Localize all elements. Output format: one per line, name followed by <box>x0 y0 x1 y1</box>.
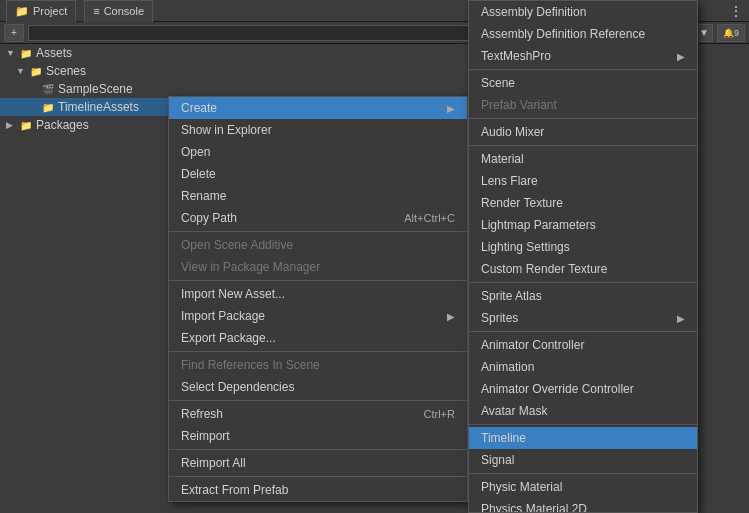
assets-folder-icon: 📁 <box>19 46 33 60</box>
submenu-item-timeline[interactable]: Timeline <box>469 427 697 449</box>
sprite-atlas-label: Sprite Atlas <box>481 289 542 303</box>
submenu-item-physics-material-2d[interactable]: Physics Material 2D <box>469 498 697 513</box>
tree-item-timelineassets[interactable]: 📁 TimelineAssets <box>0 98 170 116</box>
submenu-item-material[interactable]: Material <box>469 148 697 170</box>
timeline-label: Timeline <box>481 431 526 445</box>
avatar-mask-label: Avatar Mask <box>481 404 547 418</box>
separator-6 <box>169 476 467 477</box>
menu-item-reimport[interactable]: Reimport <box>169 425 467 447</box>
import-package-label: Import Package <box>181 309 265 323</box>
menu-item-reimport-all[interactable]: Reimport All <box>169 452 467 474</box>
tree-item-scenes[interactable]: ▼ 📁 Scenes <box>0 62 170 80</box>
submenu-item-animator-controller[interactable]: Animator Controller <box>469 334 697 356</box>
refresh-shortcut: Ctrl+R <box>424 408 455 420</box>
timelineassets-icon: 📁 <box>41 100 55 114</box>
create-label: Create <box>181 101 217 115</box>
scene-label: Scene <box>481 76 515 90</box>
submenu-item-avatar-mask[interactable]: Avatar Mask <box>469 400 697 422</box>
submenu-sep-3 <box>469 145 697 146</box>
scenes-label: Scenes <box>46 64 86 78</box>
menu-item-select-dependencies[interactable]: Select Dependencies <box>169 376 467 398</box>
submenu-item-textmeshpro[interactable]: TextMeshPro ▶ <box>469 45 697 67</box>
find-references-label: Find References In Scene <box>181 358 320 372</box>
assets-label: Assets <box>36 46 72 60</box>
rename-label: Rename <box>181 189 226 203</box>
menu-item-import-package[interactable]: Import Package ▶ <box>169 305 467 327</box>
submenu-sep-5 <box>469 331 697 332</box>
submenu-item-custom-render-texture[interactable]: Custom Render Texture <box>469 258 697 280</box>
submenu-sep-1 <box>469 69 697 70</box>
textmeshpro-label: TextMeshPro <box>481 49 551 63</box>
left-panel: ▼ 📁 Assets ▼ 📁 Scenes 🎬 SampleScene 📁 Ti… <box>0 44 170 513</box>
submenu-item-animation[interactable]: Animation <box>469 356 697 378</box>
delete-label: Delete <box>181 167 216 181</box>
assembly-def-label: Assembly Definition <box>481 5 586 19</box>
more-icon[interactable]: ⋮ <box>729 3 743 19</box>
submenu-item-sprite-atlas[interactable]: Sprite Atlas <box>469 285 697 307</box>
sprites-arrow: ▶ <box>677 313 685 324</box>
menu-item-show-explorer[interactable]: Show in Explorer <box>169 119 467 141</box>
tab-project-label: Project <box>33 5 67 17</box>
expand-arrow-assets: ▼ <box>6 48 16 58</box>
open-scene-additive-label: Open Scene Additive <box>181 238 293 252</box>
submenu-item-render-texture[interactable]: Render Texture <box>469 192 697 214</box>
create-arrow: ▶ <box>447 103 455 114</box>
badge-count: 9 <box>734 28 739 38</box>
signal-label: Signal <box>481 453 514 467</box>
tab-project[interactable]: 📁 Project <box>6 0 76 22</box>
top-bar-icons: ⋮ <box>729 3 743 19</box>
lens-flare-label: Lens Flare <box>481 174 538 188</box>
packages-label: Packages <box>36 118 89 132</box>
main-layout: ▼ 📁 Assets ▼ 📁 Scenes 🎬 SampleScene 📁 Ti… <box>0 44 749 513</box>
audio-mixer-label: Audio Mixer <box>481 125 544 139</box>
submenu-item-lens-flare[interactable]: Lens Flare <box>469 170 697 192</box>
submenu-item-lighting-settings[interactable]: Lighting Settings <box>469 236 697 258</box>
tree-item-assets[interactable]: ▼ 📁 Assets <box>0 44 170 62</box>
submenu-sep-2 <box>469 118 697 119</box>
import-new-asset-label: Import New Asset... <box>181 287 285 301</box>
menu-item-create[interactable]: Create ▶ <box>169 97 467 119</box>
submenu-item-audio-mixer[interactable]: Audio Mixer <box>469 121 697 143</box>
tree-item-packages[interactable]: ▶ 📁 Packages <box>0 116 170 134</box>
copy-path-shortcut: Alt+Ctrl+C <box>404 212 455 224</box>
menu-item-rename[interactable]: Rename <box>169 185 467 207</box>
view-package-manager-label: View in Package Manager <box>181 260 320 274</box>
submenu-item-animator-override[interactable]: Animator Override Controller <box>469 378 697 400</box>
submenu-item-scene[interactable]: Scene <box>469 72 697 94</box>
separator-2 <box>169 280 467 281</box>
expand-arrow-scenes: ▼ <box>16 66 26 76</box>
prefab-variant-label: Prefab Variant <box>481 98 557 112</box>
submenu-item-physic-material[interactable]: Physic Material <box>469 476 697 498</box>
show-explorer-label: Show in Explorer <box>181 123 272 137</box>
tab-console[interactable]: ≡ Console <box>84 0 153 22</box>
menu-item-open[interactable]: Open <box>169 141 467 163</box>
submenu-item-lightmap-params[interactable]: Lightmap Parameters <box>469 214 697 236</box>
timelineassets-label: TimelineAssets <box>58 100 139 114</box>
submenu-item-signal[interactable]: Signal <box>469 449 697 471</box>
menu-item-copy-path[interactable]: Copy Path Alt+Ctrl+C <box>169 207 467 229</box>
menu-item-delete[interactable]: Delete <box>169 163 467 185</box>
submenu: Assembly Definition Assembly Definition … <box>468 0 698 513</box>
animator-controller-label: Animator Controller <box>481 338 584 352</box>
textmeshpro-arrow: ▶ <box>677 51 685 62</box>
menu-item-refresh[interactable]: Refresh Ctrl+R <box>169 403 467 425</box>
assembly-def-ref-label: Assembly Definition Reference <box>481 27 645 41</box>
refresh-label: Refresh <box>181 407 223 421</box>
badge-button[interactable]: 🔔9 <box>717 24 745 42</box>
add-button[interactable]: + <box>4 24 24 42</box>
expand-arrow-packages: ▶ <box>6 120 16 130</box>
menu-item-export-package[interactable]: Export Package... <box>169 327 467 349</box>
tree-item-samplescene[interactable]: 🎬 SampleScene <box>0 80 170 98</box>
submenu-item-assembly-def-ref[interactable]: Assembly Definition Reference <box>469 23 697 45</box>
menu-item-view-package-manager: View in Package Manager <box>169 256 467 278</box>
submenu-item-sprites[interactable]: Sprites ▶ <box>469 307 697 329</box>
console-tab-icon: ≡ <box>93 5 99 17</box>
menu-item-import-new-asset[interactable]: Import New Asset... <box>169 283 467 305</box>
open-label: Open <box>181 145 210 159</box>
menu-item-extract-prefab[interactable]: Extract From Prefab <box>169 479 467 501</box>
samplescene-icon: 🎬 <box>41 82 55 96</box>
folder-tab-icon: 📁 <box>15 5 29 18</box>
submenu-item-assembly-def[interactable]: Assembly Definition <box>469 1 697 23</box>
separator-4 <box>169 400 467 401</box>
tab-console-label: Console <box>104 5 144 17</box>
